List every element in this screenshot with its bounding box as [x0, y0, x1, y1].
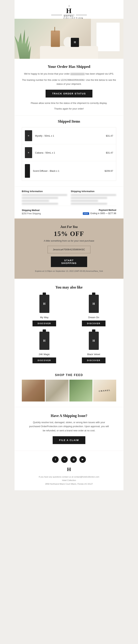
promo-discount: 15% OFF: [22, 230, 116, 238]
product-name-2: 24K Magic: [22, 353, 67, 356]
item-price-1: $31.47: [106, 151, 113, 154]
feed-item-2[interactable]: [69, 380, 92, 402]
footer-text: If you have any questions contact us at …: [22, 475, 116, 486]
promo-just-for-you: Just For You: [22, 225, 116, 229]
linkedin-icon[interactable]: in: [61, 456, 68, 463]
payment-method-col: Payment Method VISA Ending in 3005 — $27…: [83, 209, 116, 215]
item-price-0: $31.47: [106, 134, 113, 137]
discover-button-0[interactable]: DISCOVER: [32, 320, 56, 326]
item-name-1: Cabana - 50mL x 1: [32, 151, 106, 154]
email-wrapper: H HOTEL COLLECTION Your Order Has Shippe…: [0, 0, 138, 490]
header: H HOTEL COLLECTION: [14, 0, 124, 19]
feed-grid: CHANEL: [22, 380, 116, 402]
feed-item-1[interactable]: [46, 380, 69, 402]
hero-product-candle: [71, 38, 79, 47]
shipping-issue-section: Have A Shipping Issue? Quickly resolve l…: [14, 407, 124, 450]
footer-address: 2858 Northwest Miami Court Miami, Florid…: [22, 482, 116, 486]
promo-subtitle: A little something from us for your next…: [22, 240, 116, 242]
start-shopping-button[interactable]: START SHOPPING: [51, 256, 87, 267]
hero-bg-panel2: [96, 22, 120, 52]
shipping-blur-3: [71, 200, 98, 202]
also-like-title: You may also like: [22, 285, 116, 290]
shipped-items-title: Shipped Items: [22, 119, 116, 124]
item-image-2: [25, 164, 30, 178]
discover-button-2[interactable]: DISCOVER: [32, 358, 56, 363]
hero-product-vase: [51, 30, 60, 47]
footer-contact-text: If you have any questions contact us at …: [22, 475, 116, 479]
allow-text: Please allow some time for the status of…: [22, 101, 116, 105]
email-container: H HOTEL COLLECTION Your Order Has Shippe…: [14, 0, 124, 490]
track-order-button[interactable]: TRACK ORDER STATUS: [46, 90, 92, 98]
youtube-label: ▶: [82, 458, 84, 461]
youtube-icon[interactable]: ▶: [79, 456, 86, 463]
item-name-2: Scent Diffuser - Black x 1: [30, 170, 105, 172]
plant-decoration: [14, 26, 40, 59]
item-row-2: Scent Diffuser - Black x 1 $209.97: [22, 161, 116, 181]
order-text-1: We're happy to let you know that your or…: [22, 72, 116, 76]
items-table: H Mystify - 50mL x 1 $31.47 H Cabana - 5…: [22, 127, 116, 181]
item-row-0: H Mystify - 50mL x 1 $31.47: [22, 127, 116, 144]
billing-blur-4: [22, 203, 58, 205]
product-card-2: 24K Magic DISCOVER: [22, 331, 67, 363]
product-card-0: My Way DISCOVER: [22, 294, 67, 326]
product-bottle-3: [89, 332, 99, 350]
order-text-2: The tracking number for this order is 1Z…: [22, 78, 116, 86]
product-name-3: Black Velvet: [71, 353, 116, 356]
product-image-1: [86, 294, 102, 314]
item-image-0: H: [25, 130, 32, 141]
feed-item-0[interactable]: [22, 380, 45, 402]
shipping-col: Shipping Information: [71, 190, 116, 206]
item-price-2: $209.97: [105, 170, 113, 172]
shipping-method-label: Shipping Method: [22, 209, 41, 212]
order-number-blur: [70, 73, 85, 75]
facebook-icon[interactable]: f: [52, 456, 59, 463]
logo-h-letter: H: [18, 5, 120, 14]
track-btn-wrapper: TRACK ORDER STATUS: [22, 90, 116, 98]
info-grid: Billing Information Shipping Information: [22, 190, 116, 206]
shipping-info-title: Shipping Information: [71, 190, 116, 193]
products-grid: My Way DISCOVER Dream On DISCOVER 24K Ma…: [22, 294, 116, 363]
feed-item-3[interactable]: CHANEL: [93, 380, 116, 402]
payment-value: Ending in 3005 — $277.86: [90, 212, 116, 215]
shipping-issue-text: Quickly resolve lost, damaged, stolen, o…: [29, 420, 109, 432]
hero-table: [40, 46, 98, 59]
footer-logo-h: H: [22, 466, 116, 472]
billing-col: Billing Information: [22, 190, 67, 206]
product-image-2: [36, 331, 52, 351]
footer-company: Hotel Collection: [22, 479, 116, 482]
facebook-label: f: [55, 458, 56, 461]
instagram-icon[interactable]: ◎: [70, 456, 77, 463]
promo-section: Just For You 15% OFF A little something …: [14, 218, 124, 279]
shipping-method-row: Shipping Method $250 Free Shipping Payme…: [22, 206, 116, 215]
thanks-text: Thanks again for your order!: [22, 107, 116, 110]
product-bottle-1: [89, 295, 99, 313]
shipping-blur-1: [71, 194, 116, 196]
product-image-3: [86, 331, 102, 351]
shipped-items-section: Shipped Items H Mystify - 50mL x 1 $31.4…: [14, 116, 124, 186]
feed-section: SHOP THE FEED CHANEL: [14, 370, 124, 407]
promo-code-box[interactable]: Jessica4700641558694SC: [48, 246, 90, 253]
product-bottle-2: [39, 332, 49, 350]
instagram-label: ◎: [73, 458, 75, 461]
hero-image: [14, 19, 124, 59]
product-name-1: Dream On: [71, 316, 116, 319]
order-title: Your Order Has Shipped: [22, 64, 116, 69]
billing-title: Billing Information: [22, 190, 67, 193]
also-like-section: You may also like My Way DISCOVER Dream …: [14, 279, 124, 370]
item-row-1: H Cabana - 50mL x 1 $31.47: [22, 144, 116, 161]
shipping-blur-2: [71, 197, 107, 199]
product-bottle-0: [39, 295, 49, 313]
product-card-3: Black Velvet DISCOVER: [71, 331, 116, 363]
item-name-0: Mystify - 50mL x 1: [32, 134, 106, 137]
shipping-method-value: $250 Free Shipping: [22, 212, 41, 215]
discover-button-1[interactable]: DISCOVER: [82, 320, 105, 326]
file-claim-button[interactable]: FILE A CLAIM: [53, 436, 86, 444]
card-badge: VISA: [83, 212, 89, 215]
payment-total: VISA Ending in 3005 — $277.86: [83, 212, 116, 215]
discover-button-3[interactable]: DISCOVER: [82, 358, 105, 363]
order-shipped-section: Your Order Has Shipped We're happy to le…: [14, 59, 124, 116]
payment-method-label: Payment Method: [83, 209, 116, 212]
footer-section: f in ◎ ▶ H If you have any questions con…: [14, 450, 124, 490]
shipping-blur-4: [71, 203, 107, 205]
shipping-method-col: Shipping Method $250 Free Shipping: [22, 209, 41, 215]
